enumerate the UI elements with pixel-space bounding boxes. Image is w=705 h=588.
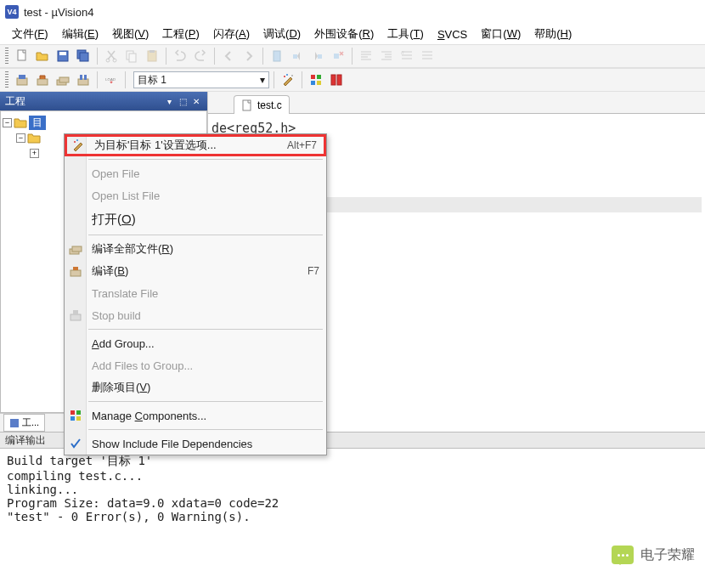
bookmark-clear-button[interactable] [329, 47, 347, 65]
menu-帮助[interactable]: 帮助(H) [529, 25, 577, 43]
ctx-label: Add Group... [92, 337, 155, 350]
options-button[interactable] [279, 71, 297, 89]
project-panel-title-text: 工程 [5, 94, 25, 109]
ctx-add-files: Add Files to Group... [65, 354, 326, 376]
ctx-remove-item[interactable]: 删除项目(V) [65, 376, 326, 399]
editor-tabs: test.c [208, 92, 705, 114]
file-icon [241, 99, 253, 111]
toolbar-build: LOAD 目标 1 ▾ [0, 68, 705, 92]
comment-button[interactable]: // [398, 47, 416, 65]
tree-collapse-icon[interactable]: − [16, 133, 25, 143]
editor-tab[interactable]: test.c [234, 95, 290, 114]
tree-expand-icon[interactable]: + [30, 149, 39, 158]
toolbar-standard: // [0, 44, 705, 68]
nav-back-button[interactable] [219, 47, 238, 65]
indent-right-button[interactable] [377, 47, 396, 65]
folder-icon [14, 116, 27, 128]
ctx-show-deps[interactable]: Show Include File Dependencies [65, 433, 326, 455]
ctx-build[interactable]: 编译(B)F7 [65, 260, 326, 282]
bookmark-toggle-button[interactable] [268, 47, 286, 65]
cut-button[interactable] [102, 47, 121, 65]
toolbar-grip[interactable] [5, 48, 8, 65]
bookmark-next-button[interactable] [308, 47, 327, 65]
menu-工程[interactable]: 工程(P) [157, 25, 204, 43]
ctx-label: 打开(O) [92, 212, 136, 228]
ctx-build-all[interactable]: 编译全部文件(R) [65, 238, 326, 260]
svg-rect-0 [18, 50, 25, 60]
batch-build-button[interactable] [74, 71, 93, 89]
ctx-open[interactable]: 打开(O) [65, 206, 326, 232]
ctx-shortcut: F7 [307, 265, 319, 277]
watermark: 电子荣耀 [612, 546, 695, 564]
wechat-icon [612, 546, 634, 564]
ctx-translate: Translate File [65, 282, 326, 304]
svg-rect-43 [76, 410, 81, 415]
svg-rect-32 [337, 75, 341, 85]
rebuild-button[interactable] [54, 71, 72, 89]
app-icon: V4 [5, 5, 19, 19]
svg-rect-10 [149, 50, 155, 53]
menu-SVCS[interactable]: SVCS [432, 26, 472, 42]
svg-rect-13 [318, 54, 322, 59]
open-file-button[interactable] [33, 47, 52, 65]
svg-rect-34 [243, 100, 251, 110]
menu-窗口[interactable]: 窗口(W) [476, 25, 526, 43]
build-all-icon [68, 241, 83, 257]
translate-button[interactable] [13, 71, 31, 89]
indent-left-button[interactable] [357, 47, 375, 65]
ctx-options-target[interactable]: 为目标'目标 1'设置选项...Alt+F7 [65, 134, 326, 156]
svg-rect-4 [80, 53, 88, 61]
svg-rect-29 [311, 81, 315, 85]
window-title: test - µVision4 [24, 6, 93, 19]
redo-button[interactable] [191, 47, 210, 65]
tree-collapse-icon[interactable]: − [3, 118, 12, 127]
menu-工具[interactable]: 工具(T) [382, 25, 429, 43]
target-selector[interactable]: 目标 1 ▾ [133, 71, 269, 88]
uncomment-button[interactable] [418, 47, 437, 65]
undo-button[interactable] [171, 47, 189, 65]
panel-close-button[interactable]: ✕ [190, 95, 202, 107]
menu-外围设备[interactable]: 外围设备(R) [309, 25, 379, 43]
paste-button[interactable] [143, 47, 161, 65]
menu-编辑[interactable]: 编辑(E) [57, 25, 104, 43]
copy-button[interactable] [122, 47, 141, 65]
ctx-label: Stop build [92, 309, 141, 322]
ctx-add-group[interactable]: Add Group... [65, 332, 326, 354]
panel-dropdown-button[interactable]: ▾ [163, 95, 175, 107]
svg-text://: // [401, 50, 404, 55]
context-menu: 为目标'目标 1'设置选项...Alt+F7Open FileOpen List… [64, 133, 327, 455]
components-icon [68, 408, 83, 423]
folder-icon [27, 132, 41, 144]
svg-rect-33 [10, 419, 19, 427]
project-tab[interactable]: 工... [3, 414, 45, 432]
svg-rect-8 [129, 54, 136, 62]
save-all-button[interactable] [74, 47, 93, 65]
svg-rect-11 [274, 51, 280, 61]
menu-调试[interactable]: 调试(D) [258, 25, 306, 43]
download-button[interactable]: LOAD [102, 71, 121, 89]
build-button[interactable] [33, 71, 52, 89]
chevron-down-icon: ▾ [260, 74, 265, 86]
manage-components-button[interactable] [307, 71, 325, 89]
svg-rect-18 [37, 79, 48, 85]
save-button[interactable] [54, 47, 72, 65]
bookmark-prev-button[interactable] [288, 47, 307, 65]
tree-root[interactable]: − 目 [3, 115, 205, 130]
ctx-label: Add Files to Group... [92, 359, 193, 372]
menu-视图[interactable]: 视图(V) [107, 25, 154, 43]
manage-books-button[interactable] [327, 71, 346, 89]
panel-pin-button[interactable]: ⬚ [177, 95, 189, 107]
build-output[interactable]: Build target '目标 1' compiling test.c... … [0, 449, 705, 546]
nav-forward-button[interactable] [240, 47, 258, 65]
new-file-button[interactable] [13, 47, 31, 65]
ctx-label: Open File [92, 167, 139, 180]
check-icon [68, 436, 83, 451]
project-tab-label: 工... [22, 416, 39, 429]
ctx-label: Manage Components... [92, 410, 206, 422]
toolbar-grip[interactable] [5, 71, 8, 88]
project-tab-icon [9, 418, 20, 428]
ctx-manage-components[interactable]: Manage Components... [65, 404, 326, 427]
menu-文件[interactable]: 文件(F) [7, 25, 54, 43]
svg-rect-40 [70, 314, 81, 320]
menu-闪存[interactable]: 闪存(A) [208, 25, 255, 43]
